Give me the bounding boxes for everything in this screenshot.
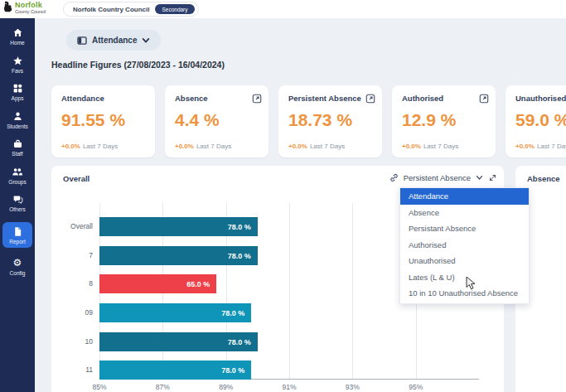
headline-figures-title: Headline Figures (27/08/2023 - 16/04/202… [51,60,225,70]
gear-icon: ⚙ [2,258,32,269]
sidebar-item-groups[interactable]: Groups [2,167,32,185]
norfolk-logo: Norfolk County Council [2,1,46,15]
metric-selector-label: Persistent Absence [404,173,471,182]
kpi-period: Last 7 Days [310,143,345,150]
bird-logo-icon [2,1,12,15]
menu-item-attendance[interactable]: Attendance [400,188,529,205]
menu-item-authorised[interactable]: Authorised [400,237,529,254]
apps-icon [12,83,23,94]
kpi-card-attendance[interactable]: Attendance 91.55 % +0.0%Last 7 Days [51,85,155,157]
x-axis-tick: 93% [340,383,365,391]
link-icon [389,173,399,182]
x-axis-tick: 91% [277,383,302,391]
home-icon [12,27,23,38]
logo-text-line1: Norfolk [15,2,46,9]
expand-icon[interactable] [479,92,489,107]
kpi-value: 4.4 % [175,110,259,130]
expand-icon[interactable] [365,92,375,107]
sidebar-item-label: Others [2,206,32,212]
expand-icon[interactable] [252,92,262,107]
kpi-period: Last 7 Days [83,143,118,150]
y-axis-label: Overall [56,222,93,230]
mouse-cursor [466,276,477,294]
kpi-title: Authorised [402,94,486,103]
sidebar-item-apps[interactable]: Apps [2,83,32,101]
sidebar-item-label: Home [2,40,32,46]
kpi-card-unauthorised[interactable]: Unauthorised 59.0 % +0.0%Last 7 Days [506,85,566,157]
y-axis-label: 10 [56,337,93,346]
others-icon [12,194,23,205]
sidebar-item-label: Favs [2,68,32,74]
organisation-pill[interactable]: Norfolk Country Council Secondary [63,2,199,17]
kpi-delta: +0.0% [515,143,535,150]
sidebar-item-label: Config [2,270,32,276]
bar-year9[interactable]: 78.0 % [99,303,251,322]
x-axis-tick: 85% [87,383,112,391]
kpi-delta: +0.0% [402,143,421,150]
groups-icon [12,167,23,177]
bar-year10[interactable]: 78.0 % [99,332,258,351]
kpi-title: Persistent Absence [288,94,372,103]
x-axis-tick: 87% [150,383,175,391]
menu-item-10in10[interactable]: 10 in 10 Unauthorised Absence [400,285,529,302]
main-content: Attendance Headline Figures (27/08/2023 … [35,18,566,392]
resize-diagonal-icon[interactable] [488,173,497,182]
kpi-delta: +0.0% [175,143,194,150]
kpi-value: 59.0 % [515,110,566,130]
sidebar-item-home[interactable]: Home [2,27,32,46]
view-selector-button[interactable]: Attendance [66,30,161,51]
sidebar-nav: Home Favs Apps Students Staff [0,18,35,392]
sidebar-item-label: Students [2,123,32,129]
menu-item-persistant-absence[interactable]: Persistant Absence [400,220,529,237]
gridline [289,203,290,379]
sidebar-item-staff[interactable]: Staff [2,138,32,157]
chevron-down-icon [142,37,150,44]
kpi-card-authorised[interactable]: Authorised 12.9 % +0.0%Last 7 Days [392,85,496,157]
card-view-icon [77,36,87,45]
y-axis-label: 09 [56,308,93,317]
kpi-title: Absence [175,94,259,103]
logo-text-line2: County Council [15,9,46,14]
bar-value-label: 78.0 % [228,252,251,260]
sidebar-item-label: Apps [2,95,32,101]
y-axis-label: 11 [56,365,93,374]
sidebar-item-report[interactable]: Report [2,222,32,248]
y-axis-label: 7 [56,251,93,259]
sidebar-item-config[interactable]: ⚙ Config [2,258,32,276]
students-icon [12,111,23,122]
sidebar-item-students[interactable]: Students [2,111,32,129]
y-axis-label: 8 [56,279,93,288]
kpi-title: Unauthorised [515,94,566,103]
kpi-card-persistent-absence[interactable]: Persistent Absence 18.73 % +0.0%Last 7 D… [278,85,382,157]
gridline [352,203,353,379]
sidebar-item-others[interactable]: Others [2,194,32,212]
kpi-period: Last 7 Days [537,143,566,150]
bar-value-label: 78.0 % [228,338,251,346]
x-axis-tick: 95% [404,383,428,391]
organisation-name: Norfolk Country Council [73,6,149,13]
bar-value-label: 78.0 % [221,366,244,375]
chart-title: Overall [63,174,89,183]
chart-metric-selector[interactable]: Persistent Absence [389,173,497,182]
bar-year7[interactable]: 78.0 % [99,246,258,265]
kpi-delta: +0.0% [288,143,307,150]
metric-dropdown-menu: Attendance Absence Persistant Absence Au… [399,187,530,304]
bar-value-label: 65.0 % [186,280,210,288]
sidebar-item-label: Report [2,239,32,244]
bar-year11[interactable]: 78.0 % [99,361,251,380]
kpi-card-absence[interactable]: Absence 4.4 % +0.0%Last 7 Days [165,85,268,157]
kpi-title: Attendance [61,94,145,103]
sidebar-item-label: Staff [2,151,32,157]
bar-value-label: 78.0 % [221,309,244,317]
report-icon [12,226,23,237]
menu-item-lates[interactable]: Lates (L & U) [400,269,529,286]
kpi-delta: +0.0% [61,143,80,150]
menu-item-unauthorised[interactable]: Unauthorised [400,253,529,269]
menu-item-absence[interactable]: Absence [400,205,529,221]
kpi-period: Last 7 Days [196,143,231,150]
sidebar-item-favs[interactable]: Favs [2,56,32,74]
panel-title: Absence [527,174,560,183]
bar-year8[interactable]: 65.0 % [99,274,216,293]
bar-overall[interactable]: 78.0 % [99,217,258,236]
sidebar-item-label: Groups [2,179,32,185]
